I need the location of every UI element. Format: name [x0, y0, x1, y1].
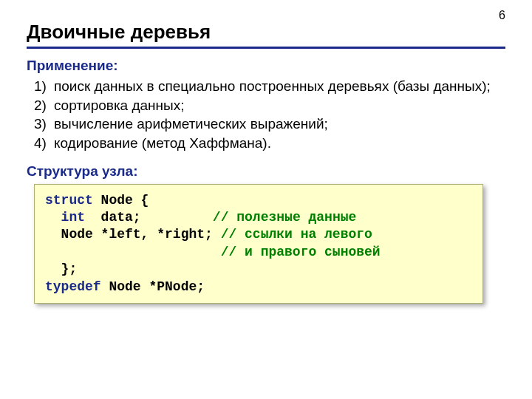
application-label: Применение: — [27, 58, 505, 74]
code-text: }; — [45, 262, 77, 276]
item-number: 1) — [34, 77, 54, 96]
comment: // ссылки на левого — [221, 227, 372, 242]
code-text: Node *PNode; — [101, 279, 205, 294]
keyword: struct — [45, 193, 93, 208]
list-item: 4) кодирование (метод Хаффмана). — [34, 134, 505, 153]
item-number: 3) — [34, 115, 54, 134]
code-text: Node { — [93, 193, 149, 208]
comment: // и правого сыновей — [221, 245, 381, 259]
comment: // полезные данные — [213, 210, 356, 225]
list-item: 1) поиск данных в специально построенных… — [34, 77, 505, 96]
item-number: 2) — [34, 96, 54, 115]
page-number: 6 — [499, 9, 505, 22]
code-text: Node *left, *right; — [45, 227, 221, 242]
list-item: 2) сортировка данных; — [34, 96, 505, 115]
item-text: сортировка данных; — [54, 96, 505, 115]
code-box: struct Node { int data; // полезные данн… — [34, 184, 483, 304]
item-text: вычисление арифметических выражений; — [54, 115, 505, 134]
structure-label: Структура узла: — [27, 163, 505, 180]
item-text: поиск данных в специально построенных де… — [54, 77, 505, 96]
applications-list: 1) поиск данных в специально построенных… — [27, 77, 505, 153]
keyword: int — [61, 210, 85, 225]
item-number: 4) — [34, 134, 54, 153]
keyword: typedef — [45, 279, 101, 294]
item-text: кодирование (метод Хаффмана). — [54, 134, 505, 153]
page-title: Двоичные деревья — [27, 21, 505, 49]
list-item: 3) вычисление арифметических выражений; — [34, 115, 505, 134]
code-text: data; — [85, 210, 141, 225]
